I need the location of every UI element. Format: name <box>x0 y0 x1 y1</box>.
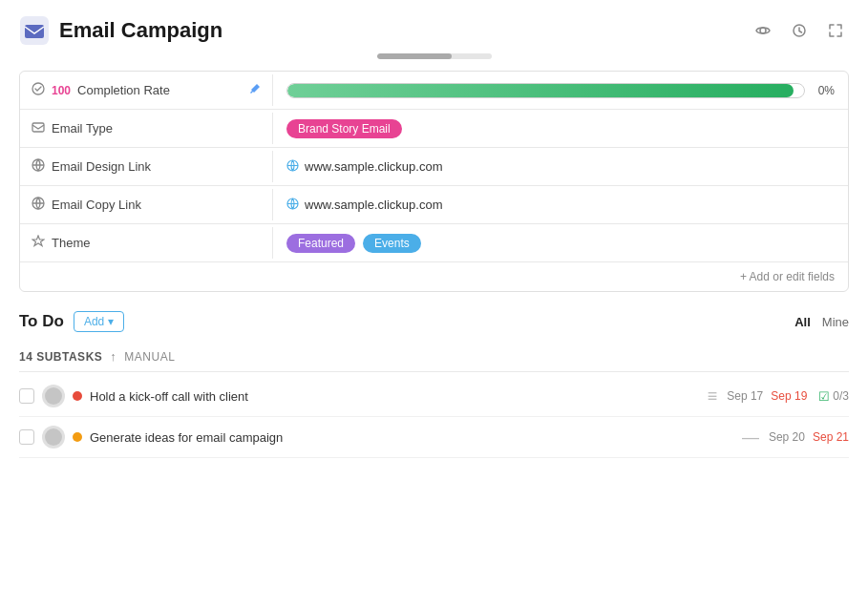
email-type-badge[interactable]: Brand Story Email <box>286 119 402 138</box>
sort-icon: ↑ <box>110 349 116 364</box>
field-row-theme: Theme Featured Events <box>20 224 848 262</box>
email-copy-link-globe-icon <box>286 198 299 213</box>
theme-icon <box>32 235 45 251</box>
filter-mine[interactable]: Mine <box>822 315 849 329</box>
completion-rate-emoji: 100 <box>52 84 71 97</box>
task-row: Hold a kick-off call with client ≡ Sep 1… <box>19 376 849 417</box>
task-1-checklist: ☑ 0/3 <box>818 389 849 404</box>
page-wrapper: Email Campaign 100 Co <box>0 0 868 605</box>
task-1-avatar <box>42 385 65 407</box>
field-value-email-type: Brand Story Email <box>273 112 848 146</box>
field-row-email-copy-link: Email Copy Link www.sample.clickup.com <box>20 186 848 224</box>
task-2-avatar-img <box>45 428 62 446</box>
task-2-checkbox[interactable] <box>19 429 34 445</box>
email-type-icon <box>32 120 45 136</box>
sort-label[interactable]: Manual <box>124 350 175 364</box>
page-icon <box>19 15 50 46</box>
field-row-completion-rate: 100 Completion Rate 0% <box>20 72 848 110</box>
svg-rect-1 <box>25 25 44 38</box>
task-1-avatar-img <box>45 387 62 405</box>
task-1-name[interactable]: Hold a kick-off call with client <box>90 389 698 404</box>
checklist-check-icon: ☑ <box>818 389 830 404</box>
field-label-email-design-link: Email Design Link <box>20 151 273 182</box>
todo-title: To Do <box>19 312 64 331</box>
subtasks-header: 14 SUBTASKS ↑ Manual <box>19 344 849 372</box>
email-design-link-value[interactable]: www.sample.clickup.com <box>286 159 443 175</box>
page-title: Email Campaign <box>59 18 222 43</box>
expand-button[interactable] <box>822 17 849 44</box>
todo-header: To Do Add ▾ All Mine <box>19 311 849 332</box>
field-row-email-type: Email Type Brand Story Email <box>20 110 848 148</box>
email-design-link-icon <box>32 158 45 175</box>
task-1-checkbox[interactable] <box>19 388 34 404</box>
header-mini-progress-fill <box>377 53 452 59</box>
field-value-email-copy-link: www.sample.clickup.com <box>273 190 848 220</box>
task-2-avatar <box>42 426 65 449</box>
add-fields-row[interactable]: + Add or edit fields <box>20 262 848 291</box>
completion-progress-bar <box>286 83 805 98</box>
task-1-checklist-value: 0/3 <box>833 389 849 403</box>
task-2-name[interactable]: Generate ideas for email campaign <box>90 430 732 445</box>
completion-rate-label: Completion Rate <box>77 83 170 97</box>
theme-badge-events[interactable]: Events <box>363 234 421 253</box>
task-row: Generate ideas for email campaign — Sep … <box>19 417 849 458</box>
add-button[interactable]: Add ▾ <box>74 311 124 332</box>
email-copy-link-value[interactable]: www.sample.clickup.com <box>286 198 443 213</box>
pin-icon <box>249 83 261 97</box>
task-2-date-end: Sep 21 <box>813 430 849 444</box>
header-mini-progress <box>377 53 492 59</box>
header-actions <box>750 17 849 44</box>
todo-filters: All Mine <box>794 315 849 329</box>
page-header: Email Campaign <box>0 0 868 53</box>
task-2-separator: — <box>742 428 759 448</box>
svg-point-2 <box>760 28 766 33</box>
filter-all[interactable]: All <box>794 315 811 329</box>
email-type-label: Email Type <box>52 121 113 136</box>
task-2-date-start: Sep 20 <box>769 430 805 444</box>
task-1-date-start: Sep 17 <box>727 389 763 403</box>
chevron-down-icon: ▾ <box>108 315 114 328</box>
subtasks-count-label: 14 SUBTASKS <box>19 350 102 364</box>
field-row-email-design-link: Email Design Link www.sample.clickup.com <box>20 148 848 186</box>
email-design-link-label: Email Design Link <box>52 159 151 174</box>
header-progress-area <box>0 53 868 63</box>
view-button[interactable] <box>750 17 776 44</box>
email-copy-link-icon <box>32 197 45 213</box>
field-label-email-copy-link: Email Copy Link <box>20 189 273 220</box>
completion-pct-label: 0% <box>818 84 835 97</box>
svg-rect-5 <box>32 123 44 132</box>
field-value-completion-rate: 0% <box>273 75 848 106</box>
fields-section: 100 Completion Rate 0% Email Type <box>19 71 849 292</box>
svg-point-4 <box>32 83 44 94</box>
field-value-theme: Featured Events <box>273 226 848 261</box>
history-button[interactable] <box>786 17 813 44</box>
email-copy-link-label: Email Copy Link <box>52 198 141 212</box>
task-1-separator: ≡ <box>708 386 718 407</box>
email-design-link-globe-icon <box>286 159 299 175</box>
field-label-completion-rate: 100 Completion Rate <box>20 74 273 106</box>
task-2-priority-dot <box>73 432 82 442</box>
theme-badge-featured[interactable]: Featured <box>286 234 355 253</box>
field-label-theme: Theme <box>20 227 273 259</box>
field-value-email-design-link: www.sample.clickup.com <box>273 152 848 182</box>
todo-section: To Do Add ▾ All Mine 14 SUBTASKS ↑ Manua… <box>19 311 849 458</box>
completion-progress-fill <box>287 84 794 97</box>
task-1-date-end: Sep 19 <box>771 389 807 403</box>
task-1-priority-dot <box>73 391 82 401</box>
completion-rate-icon <box>32 82 45 98</box>
theme-label: Theme <box>52 236 90 250</box>
field-label-email-type: Email Type <box>20 113 273 144</box>
